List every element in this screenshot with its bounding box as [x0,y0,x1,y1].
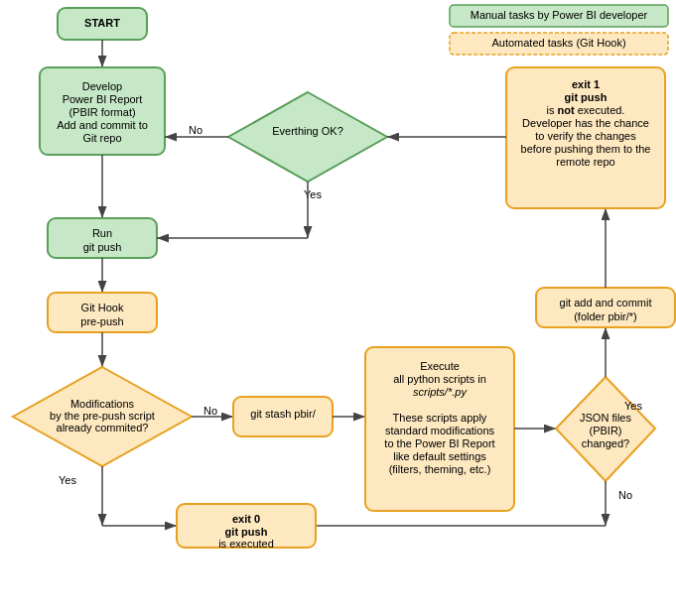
mods-label3: already commited? [57,422,149,433]
develop-label2: Power BI Report [63,93,143,105]
exit1-label4: to verify the changes [535,130,636,142]
yes-label-ok: Yes [304,188,322,200]
develop-label4: Add and commit to [57,119,148,131]
json-label2: (PBIR) [590,425,622,436]
no-label-ok: No [189,124,203,136]
git-hook-label2: pre-push [80,315,123,327]
exit1-label5: before pushing them to the [521,143,651,155]
json-label3: changed? [582,437,629,449]
exec-label1: Execute [420,360,460,372]
mods-label2: by the pre-push script [50,410,155,422]
develop-label3: (PBIR format) [68,106,135,118]
git-stash-label: git stash pbir/ [250,408,316,420]
exec-label3: scripts/*.py [413,386,468,398]
exit1-label1: git push [565,91,608,103]
exit1-label3: Developer has the chance [522,117,649,129]
exec-label8: like default settings [393,450,486,462]
exec-label9: (filters, theming, etc.) [389,463,491,475]
run-git-push-label2: git push [83,241,122,253]
git-add-label2: (folder pbir/*) [574,310,637,322]
everything-ok-diamond [228,92,387,182]
git-hook-label1: Git Hook [81,302,124,313]
git-add-label1: git add and commit [560,297,652,308]
mods-label1: Modifications [70,398,135,410]
exit1-label2: is not executed. [547,104,625,116]
ok-label1: Everthing OK? [272,125,343,137]
json-label1: JSON files [580,412,631,424]
exec-label7: to the Power BI Report [384,437,494,449]
start-label: START [84,17,120,29]
no-label-json: No [618,489,632,501]
no-label-mods: No [203,405,217,417]
run-git-push-label1: Run [92,227,112,239]
exec-label6: standard modifications [385,425,495,436]
exec-label5: These scripts apply [393,412,487,424]
develop-label5: Git repo [82,132,121,144]
legend-automated-label: Automated tasks (Git Hook) [491,37,625,49]
legend-manual-label: Manual tasks by Power BI developer [471,9,648,21]
yes-label-json: Yes [624,400,642,412]
exit0-label2: git push [225,526,268,538]
exit0-label3: is executed [218,538,274,550]
develop-label: Develop [82,80,122,92]
yes-label-mods: Yes [59,474,76,486]
exit0-label1: exit 0 [232,513,260,525]
exec-label2: all python scripts in [393,373,486,385]
exit1-label6: remote repo [556,156,614,168]
exit1-label0: exit 1 [572,78,600,90]
